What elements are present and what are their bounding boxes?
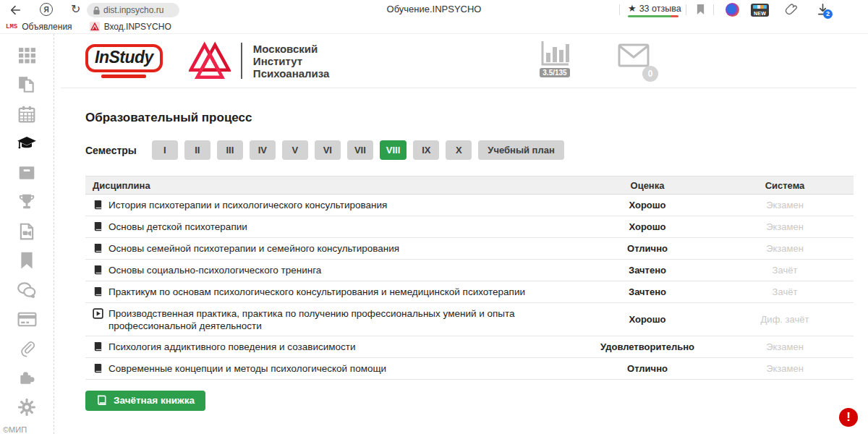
book-icon <box>93 265 103 276</box>
grading-system: Экзамен <box>716 221 854 232</box>
column-grade: Оценка <box>579 180 716 191</box>
back-button[interactable] <box>9 4 22 17</box>
semester-tab-5[interactable]: V <box>282 140 308 160</box>
chat-icon <box>17 281 37 299</box>
messages-count-badge: 0 <box>642 66 658 82</box>
bookmarks-bar: LMS Объявления Вход.INPSYCHO <box>0 20 868 34</box>
reviews-rating[interactable]: ★ 33 отзыва <box>628 3 681 14</box>
grade-value: Отлично <box>579 243 716 254</box>
gradebook-button[interactable]: Зачётная книжка <box>85 391 205 411</box>
grading-system: Экзамен <box>716 200 854 210</box>
sidebar-item-video-lessons[interactable] <box>16 221 38 241</box>
downloads-count-badge: 2 <box>823 9 833 19</box>
grid-icon <box>18 46 36 64</box>
lock-icon <box>93 6 101 15</box>
mip-triangle-logo <box>189 40 231 82</box>
grade-value: Отлично <box>579 363 716 374</box>
discipline-name: История психотерапии и психологического … <box>109 199 387 211</box>
sidebar-item-settings[interactable] <box>16 397 38 417</box>
toolbar-separator <box>713 4 714 15</box>
sidebar-item-bookmarks[interactable] <box>16 251 38 271</box>
table-row[interactable]: Практикум по основам психологического ко… <box>85 281 854 303</box>
discipline-name: Основы семейной психотерапии и семейного… <box>109 242 399 255</box>
table-row[interactable]: История психотерапии и психологического … <box>85 195 854 216</box>
gradebook-button-label: Зачётная книжка <box>114 395 195 406</box>
app-sidebar: ©МИП <box>0 34 54 434</box>
curriculum-plan-button[interactable]: Учебный план <box>478 140 563 160</box>
glove-icon <box>783 3 797 17</box>
gear-icon <box>17 398 36 417</box>
collections-button[interactable] <box>783 3 797 17</box>
book-icon <box>93 200 103 210</box>
sidebar-item-messages[interactable] <box>16 280 38 299</box>
error-alert-badge[interactable]: ! <box>839 408 858 427</box>
table-row[interactable]: Основы социально-психологического тренин… <box>85 260 854 281</box>
new-label: NEW <box>754 10 766 17</box>
toolbar-separator <box>686 4 686 15</box>
refresh-button[interactable]: ↻ <box>71 2 80 16</box>
table-row[interactable]: Основы детской психотерапии Хорошо Экзам… <box>85 216 854 238</box>
semester-tab-10[interactable]: X <box>446 140 472 160</box>
semester-tab-2[interactable]: II <box>184 140 210 160</box>
grades-table: Дисциплина Оценка Система История психот… <box>85 176 854 380</box>
column-system: Система <box>716 180 854 191</box>
grade-value: Хорошо <box>579 314 716 325</box>
semester-tab-3[interactable]: III <box>217 140 243 160</box>
bookmark-label: Объявления <box>22 22 72 32</box>
grade-value: Хорошо <box>579 200 716 210</box>
bookmark-lms[interactable]: LMS Объявления <box>6 22 72 32</box>
table-row[interactable]: Психология аддиктивного поведения и соза… <box>85 336 854 358</box>
sidebar-item-attachments[interactable] <box>16 339 38 358</box>
sidebar-item-awards[interactable] <box>16 192 38 212</box>
table-row[interactable]: Производственная практика, практика по п… <box>85 303 854 336</box>
sidebar-item-payments[interactable] <box>16 310 38 329</box>
instudy-logo[interactable]: InStudy <box>85 44 163 78</box>
semester-tab-1[interactable]: I <box>152 140 178 160</box>
new-tab-extension-icon[interactable]: NEW <box>751 4 769 17</box>
grade-value: Зачтено <box>579 265 716 276</box>
bookmark-page-button[interactable] <box>696 4 705 15</box>
video-file-icon <box>17 222 36 241</box>
semester-tab-4[interactable]: IV <box>250 140 276 160</box>
progress-stats-button[interactable]: 3.5/135 <box>538 40 571 77</box>
extension-icon[interactable] <box>726 3 739 17</box>
sidebar-item-calendar[interactable] <box>16 104 38 124</box>
documents-icon <box>17 75 36 94</box>
logo-divider <box>241 43 242 79</box>
sidebar-item-archive[interactable] <box>16 163 38 182</box>
sidebar-item-education[interactable] <box>16 134 38 153</box>
progress-stats-badge: 3.5/135 <box>540 68 569 77</box>
bookmark-login[interactable]: Вход.INPSYCHO <box>90 22 171 32</box>
sidebar-item-documents[interactable] <box>16 75 38 95</box>
book-icon <box>93 286 103 297</box>
semester-tab-7[interactable]: VII <box>347 140 373 160</box>
book-icon <box>93 363 103 374</box>
puzzle-icon <box>17 368 36 387</box>
bar-chart-icon <box>538 40 571 67</box>
semester-tab-9[interactable]: IX <box>413 140 439 160</box>
address-bar[interactable]: dist.inpsycho.ru <box>87 3 179 17</box>
table-row[interactable]: Современные концепции и методы психологи… <box>85 358 854 380</box>
discipline-name: Психология аддиктивного поведения и соза… <box>109 341 355 353</box>
messages-button[interactable]: 0 <box>618 43 650 77</box>
book-icon <box>93 243 103 254</box>
semester-tab-6[interactable]: VI <box>315 140 341 160</box>
table-row[interactable]: Основы семейной психотерапии и семейного… <box>85 238 854 260</box>
extension-art <box>753 5 767 9</box>
sidebar-item-extensions[interactable] <box>16 368 38 388</box>
calendar-icon <box>17 105 36 124</box>
paperclip-icon <box>18 339 36 358</box>
table-header: Дисциплина Оценка Система <box>85 176 854 195</box>
column-discipline: Дисциплина <box>85 180 579 191</box>
grading-system: Экзамен <box>716 341 854 352</box>
semester-tab-8-active[interactable]: VIII <box>380 140 407 160</box>
main-content: InStudy Московский Институт Психоанализа… <box>55 34 868 434</box>
discipline-name: Современные концепции и методы психологи… <box>109 362 386 375</box>
grade-value: Удовлетворительно <box>579 341 716 352</box>
book-icon <box>93 341 103 352</box>
sidebar-item-grid[interactable] <box>16 46 38 65</box>
trophy-icon <box>17 192 36 211</box>
browser-profile-icon[interactable]: Я <box>40 3 53 16</box>
bookmark-icon <box>18 251 35 270</box>
back-arrow-icon <box>9 4 22 17</box>
